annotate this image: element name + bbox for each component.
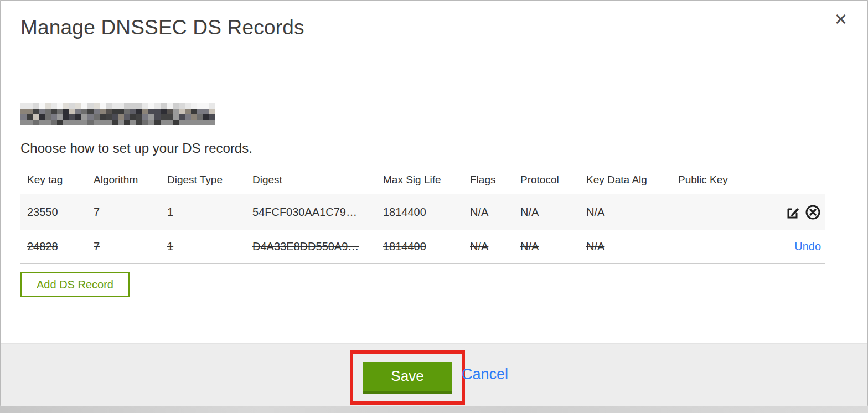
- undo-link[interactable]: Undo: [794, 240, 821, 252]
- background-page-edge: [0, 406, 868, 413]
- save-button[interactable]: Save: [363, 362, 452, 394]
- ds-records-table: Key tag Algorithm Digest Type Digest Max…: [20, 167, 825, 264]
- col-key-tag: Key tag: [20, 167, 87, 194]
- dialog-header: Manage DNSSEC DS Records ✕: [1, 1, 867, 39]
- manage-dnssec-dialog: Manage DNSSEC DS Records ✕ Choose how to…: [0, 0, 868, 410]
- dialog-body: Choose how to set up your DS records. Ke…: [1, 103, 867, 297]
- cell-protocol: N/A: [514, 230, 580, 264]
- cell-digest: 54FCF030AA1C79…: [246, 194, 376, 231]
- remove-record-icon[interactable]: [805, 204, 821, 220]
- cell-max-sig-life: 1814400: [376, 194, 463, 231]
- table-header-row: Key tag Algorithm Digest Type Digest Max…: [20, 167, 825, 194]
- cell-flags: N/A: [463, 194, 514, 231]
- cell-protocol: N/A: [514, 194, 580, 231]
- cell-digest: D4A33E8DD550A9…: [246, 230, 376, 264]
- annotation-highlight-box: Save: [350, 350, 465, 405]
- col-actions: [743, 167, 825, 194]
- col-protocol: Protocol: [514, 167, 580, 194]
- cell-public-key: [671, 194, 743, 231]
- col-algorithm: Algorithm: [87, 167, 161, 194]
- col-public-key: Public Key: [671, 167, 743, 194]
- col-digest-type: Digest Type: [161, 167, 246, 194]
- cell-key-data-alg: N/A: [580, 194, 671, 231]
- subtitle-text: Choose how to set up your DS records.: [20, 141, 848, 156]
- cancel-link[interactable]: Cancel: [462, 366, 508, 383]
- cell-public-key: [671, 230, 743, 264]
- page-title: Manage DNSSEC DS Records: [20, 16, 848, 39]
- table-row-deleted: 24828 7 1 D4A33E8DD550A9… 1814400 N/A N/…: [20, 230, 825, 264]
- row-actions: Undo: [743, 230, 825, 264]
- edit-record-icon[interactable]: [786, 205, 800, 220]
- row-actions: [743, 194, 825, 231]
- col-max-sig-life: Max Sig Life: [376, 167, 463, 194]
- cell-max-sig-life: 1814400: [376, 230, 463, 264]
- cell-key-tag: 23550: [20, 194, 87, 231]
- redacted-domain-name: [20, 103, 215, 125]
- col-flags: Flags: [463, 167, 514, 194]
- cell-algorithm: 7: [87, 194, 161, 231]
- cell-key-tag: 24828: [20, 230, 87, 264]
- cell-key-data-alg: N/A: [580, 230, 671, 264]
- dialog-footer: Save Cancel: [1, 343, 867, 409]
- table-row: 23550 7 1 54FCF030AA1C79… 1814400 N/A N/…: [20, 194, 825, 231]
- cell-digest-type: 1: [161, 230, 246, 264]
- cell-digest-type: 1: [161, 194, 246, 231]
- cell-algorithm: 7: [87, 230, 161, 264]
- col-digest: Digest: [246, 167, 376, 194]
- close-icon[interactable]: ✕: [834, 12, 848, 28]
- cell-flags: N/A: [463, 230, 514, 264]
- add-ds-record-button[interactable]: Add DS Record: [20, 272, 130, 297]
- col-key-data-alg: Key Data Alg: [580, 167, 671, 194]
